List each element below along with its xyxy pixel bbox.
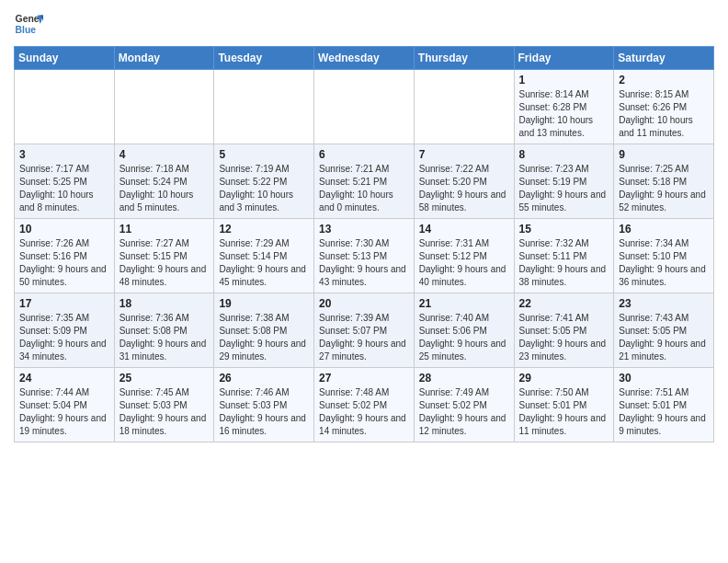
- day-header-tuesday: Tuesday: [214, 47, 314, 70]
- calendar-cell: 28Sunrise: 7:49 AM Sunset: 5:02 PM Dayli…: [414, 368, 514, 442]
- day-info: Sunrise: 7:38 AM Sunset: 5:08 PM Dayligh…: [219, 312, 309, 363]
- calendar-cell: 2Sunrise: 8:15 AM Sunset: 6:26 PM Daylig…: [614, 70, 714, 144]
- day-number: 17: [19, 297, 109, 310]
- day-info: Sunrise: 7:46 AM Sunset: 5:03 PM Dayligh…: [219, 386, 309, 438]
- day-info: Sunrise: 7:18 AM Sunset: 5:24 PM Dayligh…: [119, 163, 210, 214]
- calendar-cell: 27Sunrise: 7:48 AM Sunset: 5:02 PM Dayli…: [314, 368, 415, 442]
- day-header-wednesday: Wednesday: [314, 47, 415, 70]
- calendar-cell: 16Sunrise: 7:34 AM Sunset: 5:10 PM Dayli…: [614, 219, 714, 293]
- calendar-week-3: 10Sunrise: 7:26 AM Sunset: 5:16 PM Dayli…: [15, 219, 714, 293]
- day-number: 6: [319, 148, 409, 161]
- day-info: Sunrise: 7:34 AM Sunset: 5:10 PM Dayligh…: [619, 237, 709, 289]
- day-info: Sunrise: 7:17 AM Sunset: 5:25 PM Dayligh…: [19, 163, 109, 214]
- calendar-cell: 19Sunrise: 7:38 AM Sunset: 5:08 PM Dayli…: [214, 293, 314, 368]
- day-info: Sunrise: 7:51 AM Sunset: 5:01 PM Dayligh…: [619, 386, 709, 438]
- calendar-week-4: 17Sunrise: 7:35 AM Sunset: 5:09 PM Dayli…: [15, 293, 714, 368]
- calendar-cell: 13Sunrise: 7:30 AM Sunset: 5:13 PM Dayli…: [314, 219, 415, 293]
- day-info: Sunrise: 7:26 AM Sunset: 5:16 PM Dayligh…: [19, 237, 109, 289]
- day-header-sunday: Sunday: [15, 47, 115, 70]
- day-info: Sunrise: 7:23 AM Sunset: 5:19 PM Dayligh…: [519, 163, 609, 214]
- calendar-cell: 29Sunrise: 7:50 AM Sunset: 5:01 PM Dayli…: [514, 368, 614, 442]
- calendar-cell: 25Sunrise: 7:45 AM Sunset: 5:03 PM Dayli…: [114, 368, 214, 442]
- day-number: 22: [519, 297, 609, 310]
- calendar-cell: 1Sunrise: 8:14 AM Sunset: 6:28 PM Daylig…: [514, 70, 614, 144]
- day-info: Sunrise: 7:45 AM Sunset: 5:03 PM Dayligh…: [119, 386, 210, 438]
- day-info: Sunrise: 7:35 AM Sunset: 5:09 PM Dayligh…: [19, 312, 109, 363]
- calendar-cell: 9Sunrise: 7:25 AM Sunset: 5:18 PM Daylig…: [614, 144, 714, 219]
- day-number: 19: [219, 297, 309, 310]
- day-number: 21: [419, 297, 509, 310]
- day-number: 15: [519, 223, 609, 236]
- calendar-cell: 10Sunrise: 7:26 AM Sunset: 5:16 PM Dayli…: [15, 219, 115, 293]
- calendar-cell: [214, 70, 314, 144]
- calendar-cell: 18Sunrise: 7:36 AM Sunset: 5:08 PM Dayli…: [114, 293, 214, 368]
- calendar-cell: 17Sunrise: 7:35 AM Sunset: 5:09 PM Dayli…: [15, 293, 115, 368]
- calendar-cell: 30Sunrise: 7:51 AM Sunset: 5:01 PM Dayli…: [614, 368, 714, 442]
- day-number: 30: [619, 372, 709, 385]
- day-number: 3: [19, 148, 109, 161]
- calendar-cell: 3Sunrise: 7:17 AM Sunset: 5:25 PM Daylig…: [15, 144, 115, 219]
- calendar-cell: 7Sunrise: 7:22 AM Sunset: 5:20 PM Daylig…: [414, 144, 514, 219]
- calendar-header-row: SundayMondayTuesdayWednesdayThursdayFrid…: [15, 47, 714, 70]
- day-info: Sunrise: 7:31 AM Sunset: 5:12 PM Dayligh…: [419, 237, 509, 289]
- calendar-table: SundayMondayTuesdayWednesdayThursdayFrid…: [14, 46, 714, 442]
- day-number: 7: [419, 148, 509, 161]
- day-info: Sunrise: 7:32 AM Sunset: 5:11 PM Dayligh…: [519, 237, 609, 289]
- calendar-cell: [15, 70, 115, 144]
- logo: General Blue: [14, 9, 47, 39]
- day-number: 29: [519, 372, 609, 385]
- day-number: 25: [119, 372, 210, 385]
- header: General Blue: [14, 9, 714, 39]
- day-number: 4: [119, 148, 210, 161]
- calendar-cell: [314, 70, 415, 144]
- calendar-cell: 14Sunrise: 7:31 AM Sunset: 5:12 PM Dayli…: [414, 219, 514, 293]
- calendar-week-1: 1Sunrise: 8:14 AM Sunset: 6:28 PM Daylig…: [15, 70, 714, 144]
- day-number: 14: [419, 223, 509, 236]
- day-number: 20: [319, 297, 409, 310]
- day-number: 24: [19, 372, 109, 385]
- day-info: Sunrise: 7:41 AM Sunset: 5:05 PM Dayligh…: [519, 312, 609, 363]
- day-info: Sunrise: 7:49 AM Sunset: 5:02 PM Dayligh…: [419, 386, 509, 438]
- calendar-cell: 24Sunrise: 7:44 AM Sunset: 5:04 PM Dayli…: [15, 368, 115, 442]
- logo-icon: General Blue: [14, 9, 43, 39]
- day-number: 2: [619, 74, 709, 86]
- day-number: 9: [619, 148, 709, 161]
- day-info: Sunrise: 7:39 AM Sunset: 5:07 PM Dayligh…: [319, 312, 409, 363]
- day-header-friday: Friday: [514, 47, 614, 70]
- day-info: Sunrise: 7:40 AM Sunset: 5:06 PM Dayligh…: [419, 312, 509, 363]
- calendar-cell: 5Sunrise: 7:19 AM Sunset: 5:22 PM Daylig…: [214, 144, 314, 219]
- calendar-cell: 23Sunrise: 7:43 AM Sunset: 5:05 PM Dayli…: [614, 293, 714, 368]
- day-info: Sunrise: 7:36 AM Sunset: 5:08 PM Dayligh…: [119, 312, 210, 363]
- calendar-week-2: 3Sunrise: 7:17 AM Sunset: 5:25 PM Daylig…: [15, 144, 714, 219]
- day-info: Sunrise: 7:48 AM Sunset: 5:02 PM Dayligh…: [319, 386, 409, 438]
- calendar-cell: [114, 70, 214, 144]
- day-info: Sunrise: 7:43 AM Sunset: 5:05 PM Dayligh…: [619, 312, 709, 363]
- calendar-cell: 11Sunrise: 7:27 AM Sunset: 5:15 PM Dayli…: [114, 219, 214, 293]
- calendar-cell: 8Sunrise: 7:23 AM Sunset: 5:19 PM Daylig…: [514, 144, 614, 219]
- day-info: Sunrise: 8:14 AM Sunset: 6:28 PM Dayligh…: [519, 88, 609, 140]
- day-number: 5: [219, 148, 309, 161]
- calendar-cell: 20Sunrise: 7:39 AM Sunset: 5:07 PM Dayli…: [314, 293, 415, 368]
- day-info: Sunrise: 7:44 AM Sunset: 5:04 PM Dayligh…: [19, 386, 109, 438]
- day-info: Sunrise: 7:19 AM Sunset: 5:22 PM Dayligh…: [219, 163, 309, 214]
- day-info: Sunrise: 7:25 AM Sunset: 5:18 PM Dayligh…: [619, 163, 709, 214]
- calendar-cell: 4Sunrise: 7:18 AM Sunset: 5:24 PM Daylig…: [114, 144, 214, 219]
- calendar-cell: [414, 70, 514, 144]
- day-number: 28: [419, 372, 509, 385]
- day-info: Sunrise: 8:15 AM Sunset: 6:26 PM Dayligh…: [619, 88, 709, 140]
- day-number: 8: [519, 148, 609, 161]
- day-header-thursday: Thursday: [414, 47, 514, 70]
- day-number: 27: [319, 372, 409, 385]
- day-number: 16: [619, 223, 709, 236]
- day-number: 10: [19, 223, 109, 236]
- calendar-cell: 21Sunrise: 7:40 AM Sunset: 5:06 PM Dayli…: [414, 293, 514, 368]
- day-number: 13: [319, 223, 409, 236]
- day-number: 1: [519, 74, 609, 86]
- calendar-cell: 26Sunrise: 7:46 AM Sunset: 5:03 PM Dayli…: [214, 368, 314, 442]
- calendar-cell: 15Sunrise: 7:32 AM Sunset: 5:11 PM Dayli…: [514, 219, 614, 293]
- day-info: Sunrise: 7:29 AM Sunset: 5:14 PM Dayligh…: [219, 237, 309, 289]
- day-number: 11: [119, 223, 210, 236]
- day-number: 23: [619, 297, 709, 310]
- day-number: 26: [219, 372, 309, 385]
- calendar-cell: 22Sunrise: 7:41 AM Sunset: 5:05 PM Dayli…: [514, 293, 614, 368]
